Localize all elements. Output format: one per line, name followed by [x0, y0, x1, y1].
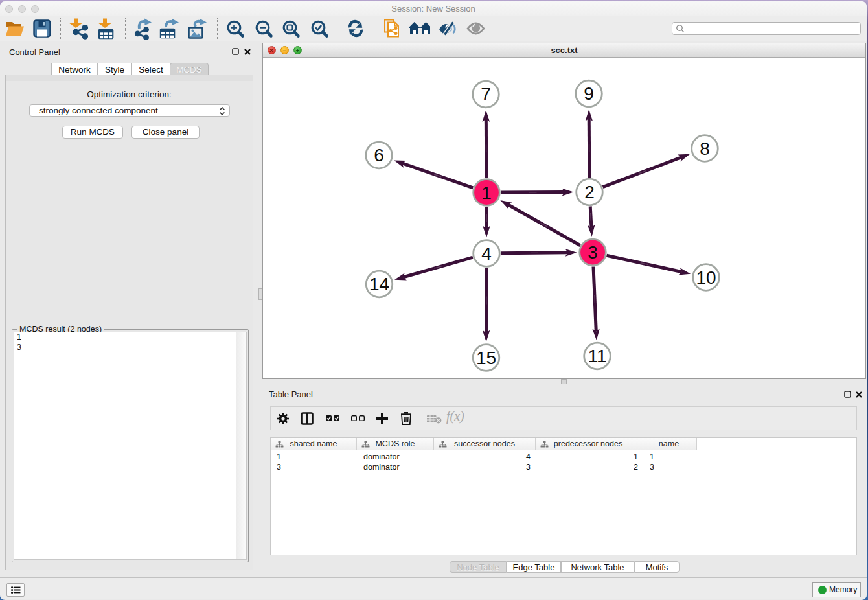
- svg-text:4: 4: [481, 244, 492, 264]
- svg-text:3: 3: [588, 242, 598, 262]
- svg-text:10: 10: [696, 268, 716, 288]
- svg-text:8: 8: [700, 139, 710, 159]
- svg-text:2: 2: [584, 182, 595, 202]
- svg-text:1: 1: [481, 183, 492, 203]
- svg-text:9: 9: [584, 84, 594, 104]
- svg-text:11: 11: [588, 346, 606, 366]
- svg-text:6: 6: [374, 145, 384, 165]
- svg-text:7: 7: [481, 84, 491, 104]
- svg-text:14: 14: [369, 274, 389, 294]
- svg-text:15: 15: [476, 348, 496, 368]
